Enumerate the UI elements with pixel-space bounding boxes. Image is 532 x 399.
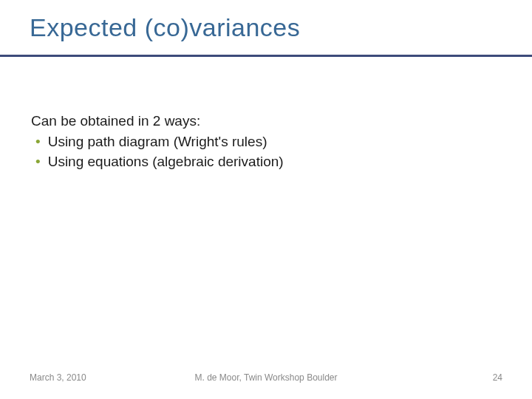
bullet-text: Using path diagram (Wright's rules) (48, 132, 267, 152)
bullet-item: • Using equations (algebraic derivation) (31, 151, 284, 172)
intro-line: Can be obtained in 2 ways: (31, 111, 284, 132)
footer-date: March 3, 2010 (30, 372, 86, 383)
body-content: Can be obtained in 2 ways: • Using path … (31, 111, 284, 172)
bullet-icon: • (35, 151, 41, 172)
footer: March 3, 2010 M. de Moor, Twin Workshop … (30, 372, 502, 383)
title-underline (0, 55, 532, 57)
footer-page: 24 (493, 372, 502, 383)
bullet-text: Using equations (algebraic derivation) (48, 151, 284, 172)
slide: Expected (co)variances Can be obtained i… (0, 0, 532, 399)
footer-author: M. de Moor, Twin Workshop Boulder (195, 372, 338, 383)
bullet-icon: • (35, 132, 41, 152)
slide-title: Expected (co)variances (30, 13, 300, 42)
bullet-item: • Using path diagram (Wright's rules) (31, 132, 284, 152)
